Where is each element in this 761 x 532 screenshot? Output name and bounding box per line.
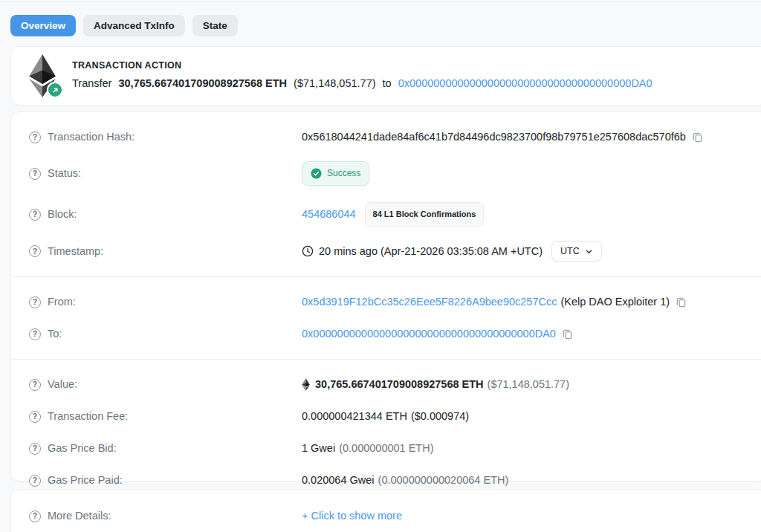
copy-icon — [692, 132, 703, 143]
to-label: To: — [48, 326, 62, 342]
from-address-link[interactable]: 0x5d3919F12bCc35c26Eee5F8226A9bee90c257C… — [302, 294, 557, 310]
status-label-group: ? Status: — [29, 166, 302, 181]
transfer-out-badge — [47, 82, 63, 98]
status-badge: Success — [302, 161, 369, 186]
action-connector: to — [383, 77, 392, 89]
value-value-group: 30,765.667401709008927568 ETH ($71,148,0… — [302, 377, 569, 392]
more-details-value-group: + Click to show more — [302, 508, 402, 524]
action-to-address-link[interactable]: 0x0000000000000000000000000000000000000D… — [398, 77, 652, 89]
help-icon[interactable]: ? — [29, 209, 41, 221]
help-icon[interactable]: ? — [29, 443, 41, 455]
section-divider — [11, 276, 761, 277]
section-divider — [11, 359, 761, 360]
transaction-fee-row: ? Transaction Fee: 0.000000421344 ETH ($… — [11, 400, 761, 432]
page-top-divider — [0, 1, 761, 2]
timestamp-row: ? Timestamp: 20 mins ago (Apr-21-2026 03… — [11, 235, 761, 267]
status-label: Status: — [48, 166, 81, 181]
block-label-group: ? Block: — [29, 207, 302, 222]
block-row: ? Block: 454686044 84 L1 Block Confirmat… — [11, 194, 761, 235]
ethereum-logo — [29, 54, 59, 97]
transaction-hash-label: Transaction Hash: — [48, 129, 135, 145]
value-row: ? Value: 30,765.667401709008927568 ETH (… — [11, 369, 761, 400]
from-name-tag: (Kelp DAO Exploiter 1) — [560, 294, 670, 310]
value-amount: 30,765.667401709008927568 ETH — [315, 377, 484, 392]
gas-price-bid-value-group: 1 Gwei (0.000000001 ETH) — [302, 441, 434, 456]
to-label-group: ? To: — [29, 326, 302, 342]
to-value-group: 0x0000000000000000000000000000000000000D… — [302, 326, 573, 342]
gas-price-bid-eth: (0.000000001 ETH) — [339, 441, 433, 456]
tab-overview[interactable]: Overview — [10, 15, 76, 36]
timestamp-value: 20 mins ago (Apr-21-2026 03:35:08 AM +UT… — [319, 244, 543, 259]
status-row: ? Status: Success — [11, 153, 761, 194]
transaction-action-heading: TRANSACTION ACTION — [72, 60, 652, 71]
to-address-link[interactable]: 0x0000000000000000000000000000000000000D… — [302, 326, 556, 342]
transaction-details-card: ? Transaction Hash: 0x5618044241dade84af… — [10, 111, 761, 481]
arrow-up-right-icon — [51, 86, 59, 94]
block-confirmations-badge: 84 L1 Block Confirmations — [365, 202, 485, 227]
copy-from-address-button[interactable] — [676, 296, 687, 308]
timezone-dropdown-label: UTC — [560, 246, 580, 256]
from-value-group: 0x5d3919F12bCc35c26Eee5F8226A9bee90c257C… — [302, 294, 687, 310]
action-prefix: Transfer — [72, 77, 111, 89]
block-number-link[interactable]: 454686044 — [302, 207, 356, 222]
action-amount: 30,765.667401709008927568 ETH — [118, 77, 287, 89]
gas-price-paid-label-group: ? Gas Price Paid: — [29, 473, 302, 488]
transaction-hash-label-group: ? Transaction Hash: — [29, 129, 302, 145]
transaction-action-body: TRANSACTION ACTION Transfer 30,765.66740… — [72, 60, 652, 91]
to-row: ? To: 0x00000000000000000000000000000000… — [11, 318, 761, 350]
copy-icon — [562, 328, 573, 340]
value-usd: ($71,148,051.77) — [488, 377, 569, 392]
check-circle-icon — [311, 168, 322, 179]
value-label: Value: — [48, 377, 77, 392]
transaction-fee-value-group: 0.000000421344 ETH ($0.000974) — [302, 409, 469, 424]
tab-bar: Overview Advanced TxInfo State — [10, 15, 238, 36]
show-more-link[interactable]: + Click to show more — [302, 508, 402, 524]
transaction-hash-row: ? Transaction Hash: 0x5618044241dade84af… — [11, 121, 761, 153]
timezone-dropdown[interactable]: UTC — [551, 241, 602, 262]
gas-price-bid-row: ? Gas Price Bid: 1 Gwei (0.000000001 ETH… — [11, 432, 761, 464]
tab-state[interactable]: State — [192, 15, 238, 36]
help-icon[interactable]: ? — [29, 379, 41, 391]
transaction-action-card: TRANSACTION ACTION Transfer 30,765.66740… — [10, 46, 761, 106]
tab-advanced-txinfo[interactable]: Advanced TxInfo — [83, 15, 185, 36]
copy-to-address-button[interactable] — [562, 328, 573, 340]
more-details-label-group: ? More Details: — [29, 508, 302, 524]
gas-price-bid-amount: 1 Gwei — [302, 441, 335, 456]
more-details-label: More Details: — [48, 508, 111, 524]
block-value-group: 454686044 84 L1 Block Confirmations — [302, 202, 484, 227]
help-icon[interactable]: ? — [29, 296, 41, 308]
gas-price-paid-value-group: 0.020064 Gwei (0.000000000020064 ETH) — [302, 473, 508, 488]
gas-price-paid-eth: (0.000000000020064 ETH) — [378, 473, 509, 488]
status-value-group: Success — [302, 161, 369, 186]
transaction-fee-label-group: ? Transaction Fee: — [29, 409, 302, 424]
status-badge-label: Success — [327, 166, 360, 181]
block-label: Block: — [48, 207, 77, 222]
copy-hash-button[interactable] — [692, 132, 703, 143]
gas-price-paid-amount: 0.020064 Gwei — [302, 473, 375, 488]
chevron-down-icon — [585, 247, 593, 256]
transaction-action-line: Transfer 30,765.667401709008927568 ETH (… — [72, 76, 652, 91]
help-icon[interactable]: ? — [29, 510, 41, 522]
from-row: ? From: 0x5d3919F12bCc35c26Eee5F8226A9be… — [11, 286, 761, 318]
copy-icon — [676, 296, 687, 308]
gas-price-bid-label: Gas Price Bid: — [48, 441, 117, 456]
more-details-row: ? More Details: + Click to show more — [11, 500, 761, 532]
help-icon[interactable]: ? — [29, 132, 41, 143]
transaction-fee-label: Transaction Fee: — [48, 409, 128, 424]
help-icon[interactable]: ? — [29, 411, 41, 423]
from-label: From: — [48, 294, 76, 310]
help-icon[interactable]: ? — [29, 475, 41, 487]
clock-icon — [302, 245, 314, 257]
action-usd: ($71,148,051.77) — [294, 77, 375, 89]
transaction-hash-value: 0x5618044241dade84af6c41b7d84496dc982370… — [302, 129, 686, 145]
help-icon[interactable]: ? — [29, 328, 41, 340]
eth-glyph-icon — [302, 378, 310, 391]
help-icon[interactable]: ? — [29, 245, 41, 257]
timestamp-label-group: ? Timestamp: — [29, 244, 302, 259]
transaction-fee-usd: ($0.000974) — [411, 409, 469, 424]
transaction-fee-amount: 0.000000421344 ETH — [302, 409, 407, 424]
help-icon[interactable]: ? — [29, 168, 41, 180]
value-label-group: ? Value: — [29, 377, 302, 392]
gas-price-paid-label: Gas Price Paid: — [48, 473, 123, 488]
timestamp-label: Timestamp: — [48, 244, 103, 259]
